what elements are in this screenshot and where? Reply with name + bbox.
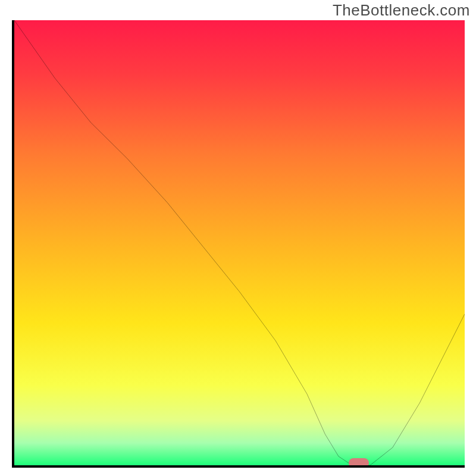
plot-area [12,20,465,468]
optimal-marker [349,458,369,468]
watermark-text: TheBottleneck.com [333,1,470,20]
bottleneck-curve [14,20,465,465]
chart-container: TheBottleneck.com [0,0,476,476]
